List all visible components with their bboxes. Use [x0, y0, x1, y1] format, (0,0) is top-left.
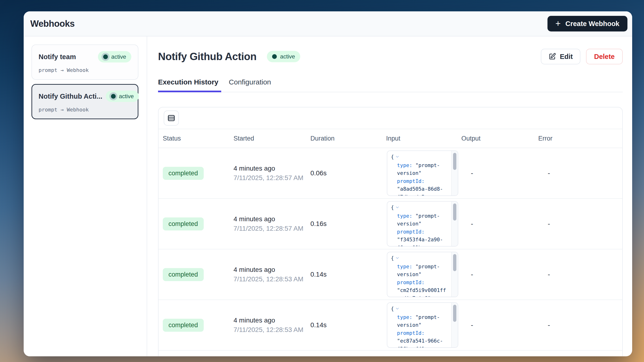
chevron-down-icon[interactable]: [395, 204, 400, 212]
input-json-viewer[interactable]: { type: "prompt- version" promptId: "a8a…: [387, 150, 458, 196]
rows-icon: [167, 114, 176, 122]
json-content: { type: "prompt- version" promptId: "a8a…: [387, 151, 451, 196]
webhook-detail-panel: Notify Github Action active: [147, 36, 632, 356]
column-header-output: Output: [457, 135, 534, 142]
json-key: promptId:: [391, 228, 451, 236]
duration-cell: 0.16s: [306, 220, 382, 228]
started-cell: 4 minutes ago 7/11/2025, 12:28:57 AM: [229, 165, 306, 182]
sidebar-item-notify-team[interactable]: Notify team active prompt → Webhook: [32, 44, 138, 80]
scrollbar-thumb[interactable]: [453, 254, 456, 271]
started-timestamp: 7/11/2025, 12:28:53 AM: [234, 276, 306, 283]
input-json-viewer[interactable]: { type: "prompt- version" promptId: "ec8…: [387, 302, 458, 348]
json-content: { type: "prompt- version" promptId: "f34…: [387, 202, 451, 246]
execution-history-card: Status Started Duration Input Output Err…: [158, 107, 623, 356]
json-key: type:: [397, 264, 412, 270]
scrollbar-track[interactable]: [451, 202, 458, 246]
app-window: Webhooks + Create Webhook Notify team ac…: [24, 11, 632, 356]
plus-icon: +: [556, 19, 561, 28]
webhook-sidebar: Notify team active prompt → Webhook Noti…: [24, 36, 147, 356]
json-content: { type: "prompt- version" promptId: "cm2…: [387, 252, 451, 297]
json-content: { type: "prompt- version" promptId: "ec8…: [387, 303, 451, 347]
status-cell: completed: [158, 167, 229, 180]
create-webhook-label: Create Webhook: [566, 20, 620, 28]
output-cell: -: [457, 321, 534, 329]
column-header-duration: Duration: [306, 135, 382, 142]
table-rows-view-button[interactable]: [164, 110, 179, 126]
scrollbar-track[interactable]: [451, 151, 458, 196]
chevron-down-icon[interactable]: [395, 305, 400, 313]
scrollbar-thumb[interactable]: [453, 305, 456, 322]
status-label: active: [111, 54, 126, 60]
json-key: promptId:: [391, 329, 451, 337]
json-string: 46ee-01be: [391, 244, 451, 246]
json-key: promptId:: [391, 177, 451, 185]
sidebar-item-notify-github-action[interactable]: Notify Github Acti... active prompt → We…: [32, 84, 138, 119]
edit-label: Edit: [560, 53, 573, 60]
create-webhook-button[interactable]: + Create Webhook: [548, 16, 628, 32]
error-cell: -: [534, 169, 622, 177]
started-cell: 4 minutes ago 7/11/2025, 12:28:53 AM: [229, 266, 306, 283]
started-timestamp: 7/11/2025, 12:28:57 AM: [234, 225, 306, 232]
json-key: promptId:: [391, 278, 451, 286]
json-string: "ec87a541-966c-: [391, 337, 451, 345]
app-header: Webhooks + Create Webhook: [24, 11, 632, 36]
error-cell: -: [534, 270, 622, 278]
status-dot-icon: [272, 54, 277, 59]
started-relative: 4 minutes ago: [234, 316, 306, 324]
json-key: type:: [397, 314, 412, 320]
duration-cell: 0.14s: [306, 321, 382, 329]
started-cell: 4 minutes ago 7/11/2025, 12:28:57 AM: [229, 215, 306, 232]
status-dot-icon: [111, 94, 116, 99]
input-cell: { type: "prompt- version" promptId: "cm2…: [382, 252, 457, 297]
output-cell: -: [457, 220, 534, 228]
table-row: completed 4 minutes ago 7/11/2025, 12:28…: [158, 199, 622, 250]
json-string: 426b-af41: [391, 345, 451, 348]
scrollbar-track[interactable]: [451, 252, 458, 297]
chevron-down-icon[interactable]: [395, 153, 400, 161]
scrollbar-thumb[interactable]: [453, 153, 456, 170]
table-row: completed 4 minutes ago 7/11/2025, 12:28…: [158, 300, 622, 351]
json-string: "a8ad505a-86d8-: [391, 185, 451, 193]
json-key: type:: [397, 213, 412, 219]
status-badge: active: [106, 90, 139, 102]
started-timestamp: 7/11/2025, 12:28:53 AM: [234, 326, 306, 334]
json-string: "prompt-: [412, 213, 440, 219]
scrollbar-thumb[interactable]: [453, 204, 456, 220]
input-json-viewer[interactable]: { type: "prompt- version" promptId: "cm2…: [387, 252, 458, 297]
json-open-brace: {: [391, 255, 394, 261]
json-open-brace: {: [391, 204, 394, 210]
status-badge: completed: [163, 218, 204, 230]
started-timestamp: 7/11/2025, 12:28:57 AM: [234, 174, 306, 182]
json-string: cmdiv7oio6": [391, 294, 451, 297]
tab-configuration[interactable]: Configuration: [229, 78, 272, 92]
detail-tabs: Execution History Configuration: [158, 78, 623, 92]
error-cell: -: [534, 321, 622, 329]
webhook-name: Notify team: [38, 53, 76, 61]
webhook-name: Notify Github Acti...: [38, 92, 102, 100]
input-cell: { type: "prompt- version" promptId: "f34…: [382, 201, 457, 246]
delete-button[interactable]: Delete: [586, 49, 623, 64]
webhook-flow: prompt → Webhook: [38, 67, 131, 73]
status-cell: completed: [158, 319, 229, 332]
json-string: version": [391, 321, 451, 329]
json-key: type:: [397, 162, 412, 168]
output-cell: -: [457, 270, 534, 278]
status-badge: active: [267, 51, 300, 62]
table-row: completed 4 minutes ago 7/11/2025, 12:28…: [158, 250, 622, 300]
tab-execution-history[interactable]: Execution History: [158, 78, 219, 92]
table-row: completed 4 minutes ago 7/11/2025, 12:28…: [158, 148, 622, 199]
scrollbar-track[interactable]: [451, 303, 458, 347]
table-header-row: Status Started Duration Input Output Err…: [158, 129, 622, 148]
input-json-viewer[interactable]: { type: "prompt- version" promptId: "f34…: [387, 201, 458, 246]
page-title: Webhooks: [30, 19, 74, 29]
status-dot-icon: [103, 54, 108, 59]
started-relative: 4 minutes ago: [234, 165, 306, 172]
edit-button[interactable]: Edit: [541, 49, 580, 64]
json-string: version": [391, 270, 451, 278]
started-relative: 4 minutes ago: [234, 215, 306, 223]
webhook-flow: prompt → Webhook: [38, 107, 131, 112]
table-body: completed 4 minutes ago 7/11/2025, 12:28…: [158, 148, 622, 351]
json-string: "prompt-: [412, 314, 440, 320]
chevron-down-icon[interactable]: [395, 254, 400, 263]
edit-pencil-icon: [548, 53, 556, 60]
